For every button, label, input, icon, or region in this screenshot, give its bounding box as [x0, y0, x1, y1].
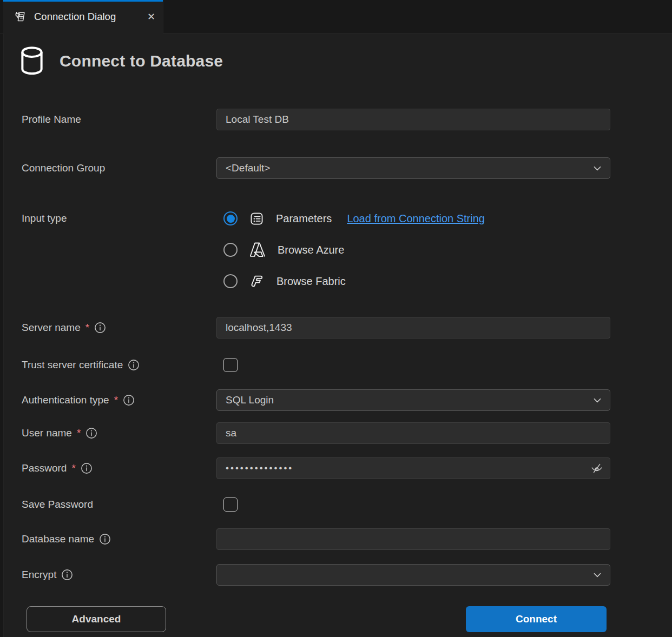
eye-off-icon[interactable] — [590, 461, 604, 475]
connection-dialog-body: Connect to Database Profile Name Local T… — [0, 34, 672, 637]
database-name-label: Database name — [22, 533, 94, 545]
fabric-icon — [249, 274, 265, 289]
input-type-label: Input type — [22, 213, 67, 224]
password-input[interactable]: •••••••••••••• — [216, 457, 610, 479]
password-label: Password — [22, 462, 67, 474]
input-type-option-label[interactable]: Parameters — [276, 213, 332, 225]
radio-browse-azure[interactable] — [223, 243, 238, 257]
tab-connection-dialog[interactable]: Connection Dialog ✕ — [3, 0, 163, 34]
database-name-input[interactable] — [216, 528, 610, 550]
load-from-connection-string-link[interactable]: Load from Connection String — [347, 213, 485, 225]
save-password-checkbox[interactable] — [223, 497, 238, 512]
trust-server-certificate-label: Trust server certificate — [22, 359, 123, 371]
required-asterisk: * — [114, 394, 118, 406]
advanced-button[interactable]: Advanced — [27, 606, 166, 632]
user-name-input[interactable]: sa — [216, 422, 610, 444]
password-masked-value: •••••••••••••• — [226, 463, 293, 474]
authentication-type-dropdown[interactable]: SQL Login — [216, 389, 610, 411]
chevron-down-icon — [592, 395, 603, 406]
tab-title: Connection Dialog — [34, 11, 116, 23]
database-name-row: Database name — [22, 528, 610, 550]
connection-group-label: Connection Group — [22, 162, 105, 174]
radio-browse-fabric[interactable] — [223, 274, 238, 288]
connection-group-dropdown[interactable]: <Default> — [216, 157, 610, 179]
profile-name-value: Local Test DB — [226, 114, 289, 125]
chevron-down-icon — [592, 569, 603, 580]
connection-plug-icon — [14, 10, 28, 24]
info-icon[interactable] — [85, 427, 97, 439]
info-icon[interactable] — [123, 394, 135, 406]
encrypt-row: Encrypt — [22, 564, 610, 586]
trust-server-certificate-checkbox[interactable] — [223, 358, 238, 372]
info-icon[interactable] — [128, 359, 140, 371]
profile-name-label: Profile Name — [22, 114, 81, 125]
authentication-type-label: Authentication type — [22, 394, 109, 406]
required-asterisk: * — [85, 322, 89, 334]
trust-server-certificate-row: Trust server certificate — [22, 358, 610, 372]
server-name-value: localhost,1433 — [226, 322, 292, 334]
save-password-row: Save Password — [22, 497, 610, 512]
user-name-value: sa — [226, 427, 236, 439]
radio-parameters[interactable] — [223, 211, 238, 225]
connection-dialog-window: Connection Dialog ✕ Connect to Database … — [0, 0, 672, 637]
password-row: Password * •••••••••••••• — [22, 457, 610, 479]
info-icon[interactable] — [94, 322, 106, 334]
dialog-actions-row: Advanced Connect — [22, 606, 610, 632]
chevron-down-icon — [592, 163, 603, 174]
page-title: Connect to Database — [60, 52, 223, 70]
input-type-row: Input type Parameters Load from Connecti… — [22, 211, 610, 305]
connect-button[interactable]: Connect — [466, 606, 607, 632]
save-password-label: Save Password — [22, 499, 93, 510]
authentication-type-row: Authentication type * SQL Login — [22, 389, 610, 411]
close-icon[interactable]: ✕ — [147, 12, 155, 22]
required-asterisk: * — [71, 462, 75, 474]
database-icon — [19, 45, 44, 76]
azure-icon — [249, 242, 266, 258]
user-name-row: User name * sa — [22, 422, 610, 444]
parameters-icon — [249, 211, 264, 226]
encrypt-dropdown[interactable] — [216, 564, 610, 586]
server-name-input[interactable]: localhost,1433 — [216, 317, 610, 339]
page-header: Connect to Database — [19, 45, 223, 76]
input-type-option-browse-azure: Browse Azure — [216, 242, 610, 257]
info-icon[interactable] — [61, 569, 73, 581]
server-name-label: Server name — [22, 322, 81, 334]
info-icon[interactable] — [99, 533, 111, 545]
encrypt-label: Encrypt — [22, 569, 56, 581]
input-type-option-label[interactable]: Browse Azure — [278, 244, 344, 256]
input-type-option-parameters: Parameters Load from Connection String — [216, 211, 610, 226]
authentication-type-value: SQL Login — [226, 394, 274, 406]
profile-name-input[interactable]: Local Test DB — [216, 109, 610, 130]
connection-group-row: Connection Group <Default> — [22, 157, 610, 179]
user-name-label: User name — [22, 427, 72, 439]
required-asterisk: * — [77, 427, 81, 439]
info-icon[interactable] — [81, 462, 93, 474]
server-name-row: Server name * localhost,1433 — [22, 317, 610, 339]
input-type-option-browse-fabric: Browse Fabric — [216, 274, 610, 289]
input-type-option-label[interactable]: Browse Fabric — [276, 275, 346, 288]
profile-name-row: Profile Name Local Test DB — [22, 109, 610, 130]
editor-left-edge — [0, 34, 4, 637]
connection-group-value: <Default> — [226, 162, 270, 174]
editor-tab-bar: Connection Dialog ✕ — [0, 0, 672, 34]
